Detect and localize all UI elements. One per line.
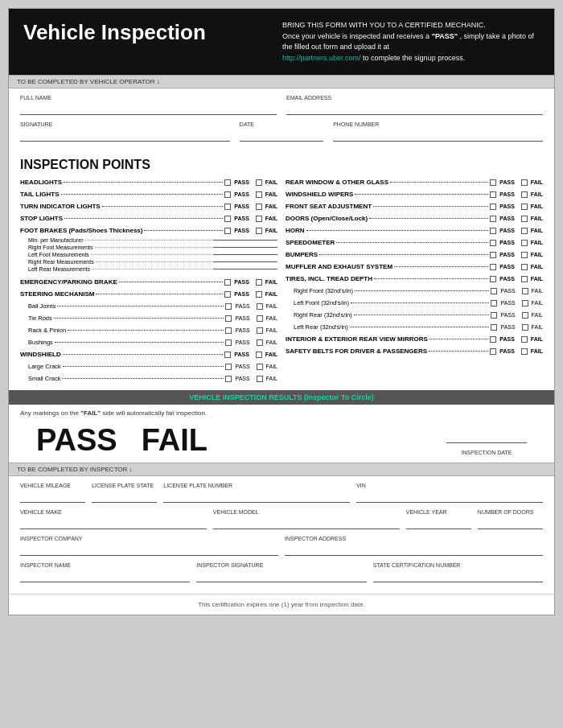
- results-bar: VEHICLE INSPECTION RESULTS (Inspector To…: [9, 390, 554, 405]
- checkbox[interactable]: [225, 364, 232, 370]
- pass-fail-row: PASS FAIL INSPECTION DATE: [20, 423, 543, 458]
- checkbox[interactable]: [521, 276, 528, 282]
- checkbox[interactable]: [521, 348, 528, 355]
- checkbox[interactable]: [491, 312, 497, 319]
- make-input[interactable]: [20, 516, 207, 529]
- checkbox[interactable]: [521, 228, 528, 234]
- plate-num-input[interactable]: [163, 490, 350, 503]
- checkbox[interactable]: [522, 324, 528, 331]
- checkbox[interactable]: [521, 240, 528, 246]
- list-item: Small Crack PASS FAIL: [20, 373, 277, 384]
- results-note: Any markings on the "FAIL" side will aut…: [20, 409, 543, 417]
- checkbox[interactable]: [521, 336, 528, 343]
- checkbox[interactable]: [521, 264, 528, 270]
- checkbox[interactable]: [225, 315, 232, 322]
- mileage-input[interactable]: [20, 490, 85, 503]
- inspection-columns: HEADLIGHTS PASS FAIL TAIL LIGHTS PASS FA…: [20, 177, 543, 385]
- list-item: TAIL LIGHTS PASS FAIL: [20, 189, 277, 199]
- checkbox[interactable]: [256, 216, 262, 222]
- list-item: INTERIOR & EXTERIOR REAR VIEW MIRRORS PA…: [286, 334, 543, 344]
- list-item: Right Foot Measurements: [20, 245, 277, 250]
- inspection-date-input[interactable]: [446, 430, 527, 443]
- full-name-input[interactable]: [20, 102, 277, 115]
- checkbox[interactable]: [224, 352, 231, 358]
- checkbox[interactable]: [490, 240, 496, 246]
- checkbox[interactable]: [522, 288, 528, 294]
- checkbox[interactable]: [491, 288, 497, 294]
- checkbox[interactable]: [224, 204, 231, 210]
- checkbox[interactable]: [256, 352, 262, 358]
- checkbox[interactable]: [224, 279, 231, 286]
- checkbox[interactable]: [225, 303, 232, 310]
- checkbox[interactable]: [256, 228, 262, 234]
- checkbox[interactable]: [491, 324, 497, 331]
- model-input[interactable]: [213, 516, 400, 529]
- list-item: TURN INDICATOR LIGHTS PASS FAIL: [20, 201, 277, 212]
- checkbox[interactable]: [490, 348, 496, 355]
- cert-input[interactable]: [373, 570, 543, 582]
- checkbox[interactable]: [490, 204, 496, 210]
- checkbox[interactable]: [522, 312, 528, 319]
- checkbox[interactable]: [256, 179, 262, 186]
- inspector-sig-input[interactable]: [196, 570, 366, 582]
- checkbox[interactable]: [257, 376, 263, 382]
- email-input[interactable]: [286, 102, 543, 115]
- checkbox[interactable]: [256, 291, 262, 298]
- address-input[interactable]: [285, 543, 543, 556]
- checkbox[interactable]: [257, 364, 263, 370]
- checkbox[interactable]: [257, 315, 263, 322]
- checkbox[interactable]: [490, 179, 496, 186]
- mileage-field: VEHICLE MILEAGE: [20, 483, 85, 503]
- checkbox[interactable]: [225, 339, 232, 346]
- inspector-name-input[interactable]: [20, 570, 190, 582]
- checkbox[interactable]: [521, 216, 528, 222]
- checkbox[interactable]: [256, 204, 262, 210]
- signature-input[interactable]: [20, 129, 230, 142]
- phone-input[interactable]: [333, 129, 543, 142]
- checkbox[interactable]: [225, 327, 232, 334]
- checkbox[interactable]: [224, 228, 231, 234]
- checkbox[interactable]: [490, 216, 496, 222]
- list-item: TIRES, INCL. TREAD DEPTH PASS FAIL: [286, 274, 543, 284]
- checkbox[interactable]: [522, 300, 528, 306]
- header-instructions: BRING THIS FORM WITH YOU TO A CERTIFIED …: [282, 20, 540, 64]
- checkbox[interactable]: [521, 191, 528, 198]
- checkbox[interactable]: [490, 228, 496, 234]
- checkbox[interactable]: [521, 179, 528, 186]
- checkbox[interactable]: [224, 191, 231, 198]
- list-item: SAFETY BELTS FOR DRIVER & PASSENGERS PAS…: [286, 346, 543, 356]
- checkbox[interactable]: [490, 252, 496, 258]
- checkbox[interactable]: [257, 327, 263, 334]
- date-input[interactable]: [240, 129, 323, 142]
- plate-state-input[interactable]: [92, 490, 157, 503]
- checkbox[interactable]: [521, 204, 528, 210]
- checkbox[interactable]: [256, 191, 262, 198]
- checkbox[interactable]: [225, 376, 232, 382]
- checkbox[interactable]: [490, 336, 496, 343]
- operator-section: FULL NAME EMAIL ADDRESS SIGNATURE DATE P…: [9, 88, 554, 153]
- checkbox[interactable]: [521, 252, 528, 258]
- checkbox[interactable]: [491, 300, 497, 306]
- checkbox[interactable]: [490, 276, 496, 282]
- plate-state-field: LICENSE PLATE STATE: [92, 483, 157, 503]
- doors-input[interactable]: [478, 516, 543, 529]
- list-item: FOOT BRAKES (Pads/Shoes Thickness) PASS …: [20, 225, 277, 236]
- signature-field: SIGNATURE: [20, 121, 230, 142]
- results-section: Any markings on the "FAIL" side will aut…: [9, 405, 554, 463]
- year-input[interactable]: [406, 516, 471, 529]
- company-input[interactable]: [20, 543, 278, 556]
- checkbox[interactable]: [224, 179, 231, 186]
- inspector-bar: TO BE COMPLETED BY INSPECTOR ↓: [9, 463, 554, 476]
- uber-link[interactable]: http://partners.uber.com/: [282, 54, 361, 62]
- vin-input[interactable]: [356, 490, 543, 503]
- checkbox[interactable]: [257, 303, 263, 310]
- checkbox[interactable]: [490, 191, 496, 198]
- list-item: MUFFLER AND EXHAUST SYSTEM PASS FAIL: [286, 261, 543, 272]
- checkbox[interactable]: [257, 339, 263, 346]
- checkbox[interactable]: [256, 279, 262, 286]
- checkbox[interactable]: [224, 291, 231, 298]
- checkbox[interactable]: [224, 216, 231, 222]
- list-item: WINDSHIELD PASS FAIL: [20, 349, 277, 360]
- list-item: Left Front (32nd's/in) PASS FAIL: [286, 298, 543, 308]
- checkbox[interactable]: [490, 264, 496, 270]
